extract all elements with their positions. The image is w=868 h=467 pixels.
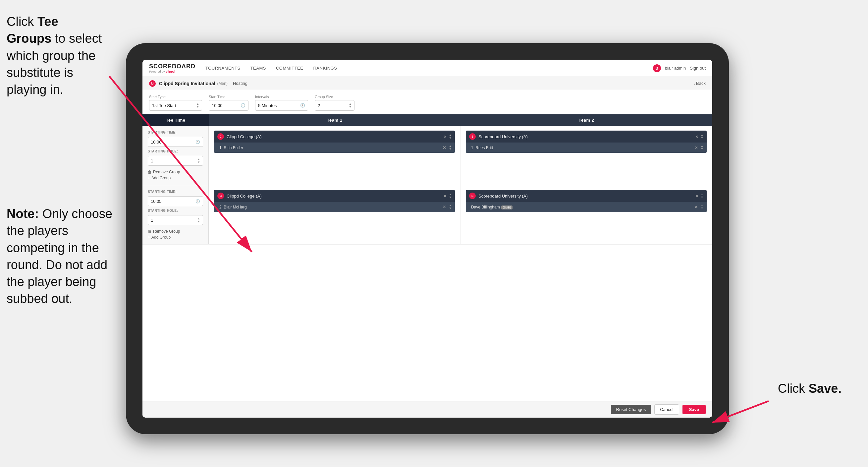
team1-cell-1: C Clippd College (A) ✕ ▲ ▼ bbox=[209, 126, 461, 185]
group-size-input[interactable]: 2 ▲ ▼ bbox=[315, 100, 354, 111]
team2-entry-2[interactable]: S Scoreboard University (A) ✕ ▲ ▼ bbox=[466, 190, 707, 212]
player-entry-2-1[interactable]: 1. Rees Britt ✕ ▲ ▼ bbox=[466, 143, 707, 153]
chevron-up-icon[interactable]: ▲ bbox=[449, 145, 452, 147]
nav-tournaments[interactable]: TOURNAMENTS bbox=[206, 64, 241, 72]
team2-arrows-2: ▲ ▼ bbox=[701, 193, 703, 199]
chevron-down-icon[interactable]: ▼ bbox=[701, 196, 703, 199]
starting-time-input-2[interactable]: 10:05 🕙 bbox=[148, 196, 203, 206]
team1-remove-2[interactable]: ✕ bbox=[443, 194, 447, 199]
intervals-input[interactable]: 5 Minutes 🕙 bbox=[255, 100, 308, 111]
player-entry-2-2[interactable]: Dave Billingham(SUB) ✕ ▲ ▼ bbox=[466, 202, 707, 212]
start-type-stepper[interactable]: ▲ ▼ bbox=[196, 103, 199, 108]
tee-actions-1: 🗑 Remove Group + Add Group bbox=[148, 170, 203, 180]
hosting-label: Hosting bbox=[233, 81, 247, 86]
player-name-1-1: 1. Rich Butler bbox=[219, 146, 440, 150]
tee-group-row-2: STARTING TIME: 10:05 🕙 STARTING HOLE: 1 … bbox=[143, 185, 712, 244]
sign-out-link[interactable]: Sign out bbox=[690, 66, 706, 70]
nav-committee[interactable]: COMMITTEE bbox=[276, 64, 304, 72]
team1-name-1: Clippd College (A) bbox=[227, 134, 441, 139]
starting-hole-input-1[interactable]: 1 ▲ ▼ bbox=[148, 156, 203, 166]
chevron-up-icon[interactable]: ▲ bbox=[197, 158, 200, 161]
team2-entry-1[interactable]: S Scoreboard University (A) ✕ ▲ ▼ bbox=[466, 130, 707, 153]
chevron-up-icon[interactable]: ▲ bbox=[701, 193, 703, 196]
trash-icon: 🗑 bbox=[148, 170, 152, 174]
chevron-down-icon[interactable]: ▼ bbox=[449, 148, 452, 150]
remove-group-button-2[interactable]: 🗑 Remove Group bbox=[148, 229, 203, 234]
team1-logo-2: C bbox=[217, 193, 224, 199]
team2-name-2: Scoreboard University (A) bbox=[478, 194, 692, 199]
team1-header-2: C Clippd College (A) ✕ ▲ ▼ bbox=[214, 190, 455, 202]
starting-hole-label-1: STARTING HOLE: bbox=[148, 149, 203, 153]
group-size-group: Group Size 2 ▲ ▼ bbox=[315, 95, 354, 111]
team1-entry-2[interactable]: C Clippd College (A) ✕ ▲ ▼ bbox=[214, 190, 455, 212]
chevron-up-icon[interactable]: ▲ bbox=[701, 134, 703, 137]
chevron-down-icon[interactable]: ▼ bbox=[449, 196, 452, 199]
nav-teams[interactable]: TEAMS bbox=[250, 64, 266, 72]
chevron-down-icon[interactable]: ▼ bbox=[196, 106, 199, 108]
start-type-input[interactable]: 1st Tee Start ▲ ▼ bbox=[149, 100, 202, 111]
hole-stepper-2[interactable]: ▲ ▼ bbox=[197, 217, 200, 223]
plus-icon: + bbox=[148, 176, 150, 180]
chevron-up-icon[interactable]: ▲ bbox=[197, 217, 200, 220]
clippd-logo: clippd bbox=[166, 70, 175, 73]
add-group-button-1[interactable]: + Add Group bbox=[148, 176, 203, 180]
group-size-stepper[interactable]: ▲ ▼ bbox=[349, 103, 351, 108]
clock-icon: 🕙 bbox=[241, 103, 246, 108]
instruction-note: Note: Only choose the players competing … bbox=[0, 205, 126, 308]
start-time-group: Start Time 10:00 🕙 bbox=[209, 95, 248, 111]
starting-time-input-1[interactable]: 10:00 🕙 bbox=[148, 137, 203, 147]
team2-header-2: S Scoreboard University (A) ✕ ▲ ▼ bbox=[466, 190, 707, 202]
save-button[interactable]: Save bbox=[682, 405, 706, 414]
remove-group-button-1[interactable]: 🗑 Remove Group bbox=[148, 170, 203, 174]
navbar: SCOREBOARD Powered by clippd TOURNAMENTS… bbox=[143, 60, 712, 77]
chevron-down-icon[interactable]: ▼ bbox=[701, 207, 703, 210]
cancel-button[interactable]: Cancel bbox=[654, 404, 679, 415]
team1-logo-1: C bbox=[217, 133, 224, 140]
tablet-device: SCOREBOARD Powered by clippd TOURNAMENTS… bbox=[126, 43, 729, 434]
chevron-down-icon[interactable]: ▼ bbox=[197, 161, 200, 164]
chevron-up-icon[interactable]: ▲ bbox=[349, 103, 351, 106]
player-remove-2-2[interactable]: ✕ bbox=[694, 204, 698, 209]
player-entry-1-1[interactable]: 1. Rich Butler ✕ ▲ ▼ bbox=[214, 143, 455, 153]
reset-changes-button[interactable]: Reset Changes bbox=[611, 405, 651, 414]
col-team2: Team 2 bbox=[461, 114, 712, 126]
tablet-screen: SCOREBOARD Powered by clippd TOURNAMENTS… bbox=[143, 60, 712, 418]
chevron-up-icon[interactable]: ▲ bbox=[449, 193, 452, 196]
chevron-up-icon[interactable]: ▲ bbox=[449, 204, 452, 207]
player-remove-1-1[interactable]: ✕ bbox=[443, 145, 446, 150]
team2-remove-2[interactable]: ✕ bbox=[695, 194, 699, 199]
chevron-down-icon[interactable]: ▼ bbox=[197, 221, 200, 223]
player-entry-1-2[interactable]: 2. Blair McHarg ✕ ▲ ▼ bbox=[214, 202, 455, 212]
tee-time-cell-2: STARTING TIME: 10:05 🕙 STARTING HOLE: 1 … bbox=[143, 185, 209, 244]
starting-hole-input-2[interactable]: 1 ▲ ▼ bbox=[148, 215, 203, 225]
powered-by: Powered by clippd bbox=[149, 70, 195, 73]
player-arrows-2-1: ▲ ▼ bbox=[701, 145, 703, 150]
main-content: Start Type 1st Tee Start ▲ ▼ Start Time … bbox=[143, 90, 712, 418]
player-remove-2-1[interactable]: ✕ bbox=[694, 145, 698, 150]
team1-arrows-2: ▲ ▼ bbox=[449, 193, 452, 199]
chevron-down-icon[interactable]: ▼ bbox=[449, 137, 452, 140]
add-group-button-2[interactable]: + Add Group bbox=[148, 235, 203, 240]
start-type-group: Start Type 1st Tee Start ▲ ▼ bbox=[149, 95, 202, 111]
team2-remove-1[interactable]: ✕ bbox=[695, 134, 699, 139]
team1-arrows-1: ▲ ▼ bbox=[449, 134, 452, 140]
chevron-down-icon[interactable]: ▼ bbox=[701, 137, 703, 140]
team2-logo-2: S bbox=[469, 193, 476, 199]
team1-entry-1[interactable]: C Clippd College (A) ✕ ▲ ▼ bbox=[214, 130, 455, 153]
team1-remove-1[interactable]: ✕ bbox=[443, 134, 447, 139]
chevron-up-icon[interactable]: ▲ bbox=[449, 134, 452, 137]
chevron-down-icon[interactable]: ▼ bbox=[349, 106, 351, 108]
hole-stepper-1[interactable]: ▲ ▼ bbox=[197, 158, 200, 164]
chevron-up-icon[interactable]: ▲ bbox=[196, 103, 199, 106]
player-remove-1-2[interactable]: ✕ bbox=[443, 204, 446, 209]
nav-rankings[interactable]: RANKINGS bbox=[313, 64, 337, 72]
chevron-up-icon[interactable]: ▲ bbox=[701, 204, 703, 207]
tee-group-row-1: STARTING TIME: 10:00 🕙 STARTING HOLE: 1 … bbox=[143, 126, 712, 185]
chevron-down-icon[interactable]: ▼ bbox=[449, 207, 452, 210]
start-time-input[interactable]: 10:00 🕙 bbox=[209, 100, 248, 111]
clock-icon-tee2: 🕙 bbox=[195, 199, 200, 204]
back-button[interactable]: ‹ Back bbox=[693, 81, 706, 86]
starting-hole-label-2: STARTING HOLE: bbox=[148, 209, 203, 212]
chevron-down-icon[interactable]: ▼ bbox=[701, 148, 703, 150]
chevron-up-icon[interactable]: ▲ bbox=[701, 145, 703, 147]
